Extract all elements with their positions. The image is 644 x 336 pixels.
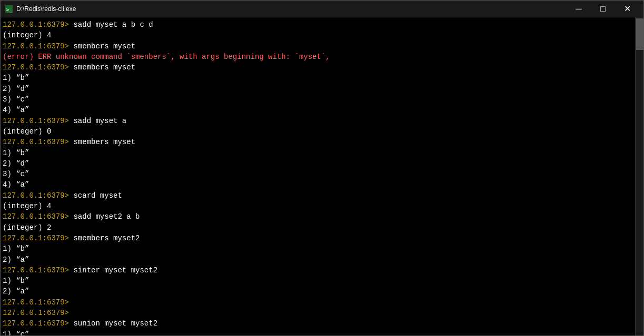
list-item: 1) “c”: [3, 329, 633, 335]
minimize-button[interactable]: ─: [567, 1, 591, 17]
terminal-line: 127.0.0.1:6379> smembers myset: [3, 137, 633, 147]
terminal-line: 127.0.0.1:6379> sadd myset a b c d: [3, 19, 633, 30]
integer-output: (integer) 4: [3, 30, 633, 40]
terminal-line: 127.0.0.1:6379>: [3, 297, 633, 308]
command-text: smenbers myset: [69, 42, 135, 50]
command-text: sadd myset a: [69, 117, 126, 125]
svg-text:>_: >_: [6, 6, 13, 13]
terminal[interactable]: 127.0.0.1:6379> sadd myset a b c d(integ…: [1, 17, 635, 335]
maximize-button[interactable]: □: [591, 1, 615, 17]
terminal-line: 127.0.0.1:6379> smembers myset2: [3, 233, 633, 243]
command-text: sinter myset myset2: [69, 266, 157, 274]
list-item: 1) “b”: [3, 148, 633, 158]
terminal-line: 127.0.0.1:6379> sinter myset myset2: [3, 265, 633, 276]
prompt: 127.0.0.1:6379>: [3, 138, 69, 146]
list-item: 1) “b”: [3, 73, 633, 83]
terminal-line: 127.0.0.1:6379>: [3, 308, 633, 318]
prompt: 127.0.0.1:6379>: [3, 63, 69, 72]
list-item: 3) “c”: [3, 169, 633, 179]
command-text: smembers myset: [69, 138, 135, 146]
integer-output: (integer) 4: [3, 201, 633, 211]
prompt: 127.0.0.1:6379>: [3, 21, 69, 29]
titlebar-controls: ─ □ ✕: [567, 1, 639, 17]
terminal-line: 127.0.0.1:6379> sunion myset myset2: [3, 318, 633, 329]
scrollbar-thumb[interactable]: [636, 18, 643, 50]
content-area: 127.0.0.1:6379> sadd myset a b c d(integ…: [1, 17, 643, 335]
list-item: 2) “a”: [3, 286, 633, 297]
terminal-line: 127.0.0.1:6379> smembers myset: [3, 62, 633, 73]
prompt: 127.0.0.1:6379>: [3, 309, 69, 317]
scrollbar[interactable]: [635, 17, 643, 335]
terminal-line: 127.0.0.1:6379> sadd myset2 a b: [3, 211, 633, 222]
integer-output: (integer) 0: [3, 126, 633, 137]
prompt: 127.0.0.1:6379>: [3, 319, 69, 328]
prompt: 127.0.0.1:6379>: [3, 298, 69, 307]
command-text: smembers myset: [69, 63, 135, 72]
error-output: (error) ERR unknown command `smenbers`, …: [3, 52, 633, 62]
window: >_ D:\Redis\redis-cli.exe ─ □ ✕ 127.0.0.…: [0, 0, 644, 336]
command-text: sunion myset myset2: [69, 319, 157, 328]
prompt: 127.0.0.1:6379>: [3, 42, 69, 50]
prompt: 127.0.0.1:6379>: [3, 266, 69, 274]
close-button[interactable]: ✕: [615, 1, 639, 17]
prompt: 127.0.0.1:6379>: [3, 212, 69, 221]
list-item: 2) “d”: [3, 84, 633, 94]
titlebar: >_ D:\Redis\redis-cli.exe ─ □ ✕: [1, 1, 643, 17]
terminal-line: 127.0.0.1:6379> scard myset: [3, 190, 633, 201]
list-item: 1) “b”: [3, 243, 633, 254]
command-text: sadd myset2 a b: [69, 212, 140, 221]
prompt: 127.0.0.1:6379>: [3, 234, 69, 242]
list-item: 4) “a”: [3, 179, 633, 190]
prompt: 127.0.0.1:6379>: [3, 117, 69, 125]
list-item: 2) “a”: [3, 254, 633, 265]
list-item: 4) “a”: [3, 105, 633, 115]
command-text: scard myset: [69, 191, 122, 200]
list-item: 2) “d”: [3, 158, 633, 169]
command-text: smembers myset2: [69, 234, 140, 242]
list-item: 3) “c”: [3, 94, 633, 105]
integer-output: (integer) 2: [3, 222, 633, 233]
list-item: 1) “b”: [3, 276, 633, 286]
terminal-line: 127.0.0.1:6379> sadd myset a: [3, 116, 633, 126]
prompt: 127.0.0.1:6379>: [3, 191, 69, 200]
terminal-line: 127.0.0.1:6379> smenbers myset: [3, 41, 633, 52]
window-title: D:\Redis\redis-cli.exe: [16, 5, 567, 13]
app-icon: >_: [5, 5, 13, 13]
command-text: sadd myset a b c d: [69, 21, 153, 29]
